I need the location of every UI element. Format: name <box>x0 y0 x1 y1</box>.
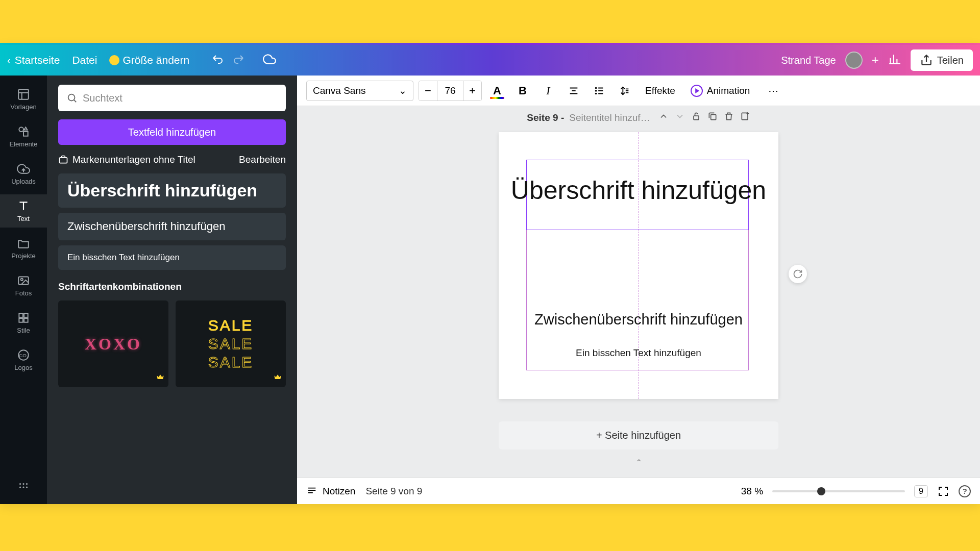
preset-heading[interactable]: Überschrift hinzufügen <box>58 173 286 208</box>
svg-point-19 <box>596 87 597 88</box>
svg-rect-2 <box>23 132 28 136</box>
undo-button[interactable] <box>212 53 224 67</box>
brand-kit-link[interactable]: Markenunterlagen ohne Titel <box>58 154 195 165</box>
rail-projects[interactable]: Projekte <box>0 232 47 265</box>
brand-kit-label: Markenunterlagen ohne Titel <box>72 154 195 165</box>
header-right: Strand Tage + Teilen <box>781 49 973 71</box>
svg-point-11 <box>19 483 21 485</box>
zoom-value[interactable]: 38 % <box>741 486 763 497</box>
notes-button[interactable]: Notizen <box>306 486 355 497</box>
text-toolbar: Canva Sans ⌄ − + A B I Effekte Animation <box>297 76 980 106</box>
italic-button[interactable]: I <box>538 81 558 101</box>
app-header: ‹ Startseite Datei Größe ändern Strand T… <box>0 45 980 76</box>
add-page-button[interactable]: + Seite hinzufügen <box>499 421 778 449</box>
text-panel: Textfeld hinzufügen Markenunterlagen ohn… <box>47 76 297 504</box>
font-combos-title: Schriftartenkombinationen <box>58 281 286 292</box>
text-color-button[interactable]: A <box>487 81 507 101</box>
editor-footer: Notizen Seite 9 von 9 38 % 9 ? <box>297 478 980 504</box>
home-button[interactable]: ‹ Startseite <box>7 54 60 66</box>
combo-sale-text: SALE SALE SALE <box>208 317 254 371</box>
canvas-subheading-text[interactable]: Zwischenüberschrift hinzufügen <box>499 311 778 329</box>
redo-button[interactable] <box>232 53 244 67</box>
rail-logos[interactable]: CO. Logos <box>0 343 47 377</box>
design-page[interactable]: Überschrift hinzufügen Zwischenüberschri… <box>499 132 778 399</box>
rail-styles-label: Stile <box>17 327 30 334</box>
design-name[interactable]: Strand Tage <box>781 55 836 66</box>
add-page-icon-button[interactable] <box>740 111 750 124</box>
preset-subheading[interactable]: Zwischenüberschrift hinzufügen <box>58 213 286 240</box>
home-label: Startseite <box>15 54 60 66</box>
svg-rect-23 <box>710 115 716 120</box>
svg-point-21 <box>596 93 597 94</box>
rail-uploads-label: Uploads <box>11 178 36 185</box>
zoom-slider[interactable] <box>772 490 905 492</box>
search-input[interactable] <box>83 92 278 104</box>
search-box[interactable] <box>58 85 286 111</box>
help-button[interactable]: ? <box>959 485 971 497</box>
rail-more[interactable] <box>0 475 47 499</box>
rail-styles[interactable]: Stile <box>0 306 47 339</box>
sync-status-icon[interactable] <box>263 53 276 68</box>
preset-body[interactable]: Ein bisschen Text hinzufügen <box>58 245 286 270</box>
rail-photos[interactable]: Fotos <box>0 269 47 302</box>
crown-icon <box>156 373 164 383</box>
rail-elements-label: Elemente <box>10 140 38 148</box>
font-combo-xoxo[interactable]: XOXO <box>58 300 168 387</box>
brand-kit-row: Markenunterlagen ohne Titel Bearbeiten <box>58 154 286 165</box>
canvas-body-text[interactable]: Ein bisschen Text hinzufügen <box>499 347 778 359</box>
lock-page-button[interactable] <box>691 111 701 124</box>
page-down-button[interactable] <box>675 111 685 124</box>
bold-button[interactable]: B <box>512 81 533 101</box>
delete-page-button[interactable] <box>724 111 734 124</box>
animation-label: Animation <box>707 85 750 96</box>
rail-text[interactable]: Text <box>0 194 47 228</box>
duplicate-page-button[interactable] <box>707 111 718 124</box>
svg-rect-6 <box>24 313 28 317</box>
rail-templates-label: Vorlagen <box>10 103 36 111</box>
file-menu[interactable]: Datei <box>72 54 97 66</box>
svg-rect-24 <box>742 113 748 119</box>
svg-rect-0 <box>18 89 29 99</box>
rail-logos-label: Logos <box>14 364 32 371</box>
animation-button[interactable]: Animation <box>685 85 755 97</box>
page-title-placeholder[interactable]: Seitentitel hinzuf… <box>569 112 650 123</box>
fullscreen-button[interactable] <box>937 485 949 497</box>
resize-button[interactable]: Größe ändern <box>109 54 189 66</box>
list-button[interactable] <box>589 81 609 101</box>
expand-pages-toggle[interactable]: ⌃ <box>628 458 649 467</box>
add-collaborator-button[interactable]: + <box>872 53 879 67</box>
page-counter[interactable]: Seite 9 von 9 <box>365 486 422 497</box>
rail-templates[interactable]: Vorlagen <box>0 83 47 116</box>
font-combo-sale[interactable]: SALE SALE SALE <box>176 300 286 387</box>
user-avatar[interactable] <box>845 52 863 69</box>
page-up-button[interactable] <box>658 111 669 124</box>
insights-button[interactable] <box>888 53 901 68</box>
page-header-bar: Seite 9 - Seitentitel hinzuf… <box>297 106 980 127</box>
panel-collapse-toggle[interactable] <box>295 282 297 313</box>
svg-point-14 <box>19 486 21 488</box>
page-grid-button[interactable]: 9 <box>914 485 928 497</box>
rail-elements[interactable]: Elemente <box>0 120 47 153</box>
font-size-decrease[interactable]: − <box>419 81 437 101</box>
share-button[interactable]: Teilen <box>911 49 973 71</box>
add-textbox-button[interactable]: Textfeld hinzufügen <box>58 119 286 145</box>
combo-xoxo-text: XOXO <box>85 335 142 354</box>
canvas-heading-text[interactable]: Überschrift hinzufügen <box>499 175 778 206</box>
alignment-button[interactable] <box>564 81 584 101</box>
spacing-button[interactable] <box>615 81 635 101</box>
svg-rect-18 <box>60 158 67 163</box>
effects-button[interactable]: Effekte <box>640 85 680 96</box>
font-size-increase[interactable]: + <box>463 81 481 101</box>
more-options-button[interactable]: ⋯ <box>763 81 783 101</box>
font-family-select[interactable]: Canva Sans ⌄ <box>306 81 413 101</box>
chevron-left-icon: ‹ <box>7 55 11 66</box>
font-size-input[interactable] <box>437 81 463 101</box>
regenerate-button[interactable] <box>789 265 807 283</box>
rail-uploads[interactable]: Uploads <box>0 157 47 190</box>
crown-icon <box>274 373 282 383</box>
font-family-value: Canva Sans <box>313 85 366 96</box>
brand-edit-link[interactable]: Bearbeiten <box>239 154 286 165</box>
share-label: Teilen <box>937 55 964 66</box>
canvas-scroll[interactable]: Überschrift hinzufügen Zwischenüberschri… <box>297 127 980 478</box>
undo-redo-group <box>212 53 244 67</box>
